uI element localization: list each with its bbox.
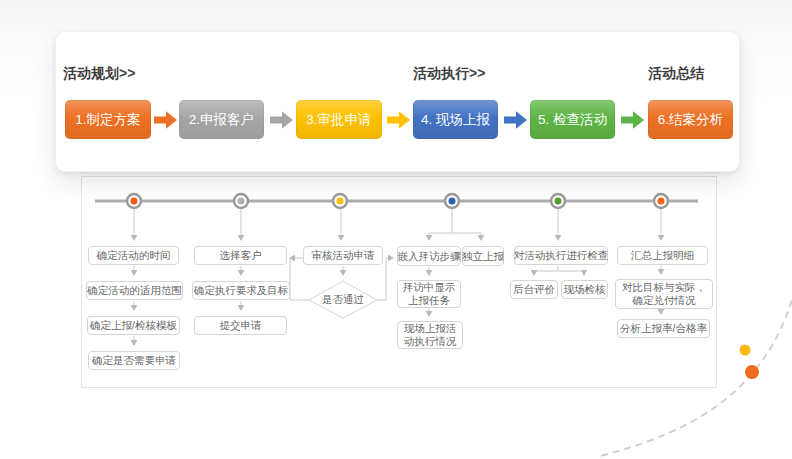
flow-node: 审核活动申请 <box>303 246 383 265</box>
step-arrow-icon <box>270 110 293 130</box>
stage-header-execution: 活动执行>> <box>413 65 485 83</box>
flow-node: 分析上报率/合格率 <box>617 319 710 338</box>
step-arrow-icon <box>387 110 410 130</box>
process-overview-card: 活动规划>> 活动执行>> 活动总结 1.制定方案 2.申报客户 3.审批申请 … <box>55 31 740 172</box>
flow-node: 后台评价 <box>510 280 558 299</box>
step-box-5: 5. 检查活动 <box>530 100 615 139</box>
flow-node: 现场上报活动执行情况 <box>397 321 463 349</box>
flow-node: 拜访中显示上报任务 <box>397 280 461 308</box>
decorative-dot-small <box>740 345 751 356</box>
flow-node: 对活动执行进行检查 <box>514 246 608 265</box>
flow-node: 独立上报 <box>462 246 504 266</box>
step-arrow-icon <box>621 110 644 130</box>
step-box-2: 2.申报客户 <box>179 100 264 139</box>
flow-node: 选择客户 <box>194 246 287 265</box>
flow-node: 确定上报/检核模板 <box>87 316 180 335</box>
flow-node: 汇总上报明细 <box>617 246 708 265</box>
flow-node: 确定是否需要申请 <box>88 351 180 370</box>
step-arrow-icon <box>504 110 527 130</box>
step-box-3: 3.审批申请 <box>296 100 382 139</box>
stage-header-summary: 活动总结 <box>648 65 704 83</box>
stage-header-planning: 活动规划>> <box>63 65 135 83</box>
flow-node: 嵌入拜访步骤 <box>397 246 461 266</box>
step-box-4: 4. 现场上报 <box>413 100 498 139</box>
decision-node-label: 是否通过 <box>313 293 373 306</box>
flow-node: 确定活动的时间 <box>88 246 179 265</box>
step-box-1: 1.制定方案 <box>65 100 151 139</box>
decorative-dot-large <box>745 365 759 379</box>
process-diagram: 活动规划>> 活动执行>> 活动总结 1.制定方案 2.申报客户 3.审批申请 … <box>0 0 792 459</box>
flow-node: 现场检核 <box>561 280 608 299</box>
flow-node: 确定执行要求及目标 <box>192 281 290 300</box>
flow-node: 对比目标与实际，确定兑付情况 <box>615 279 713 309</box>
flow-node: 确定活动的适用范围 <box>86 281 183 300</box>
step-box-6: 6.结案分析 <box>648 100 733 139</box>
flow-node: 提交申请 <box>194 316 287 335</box>
step-arrow-icon <box>154 110 177 130</box>
